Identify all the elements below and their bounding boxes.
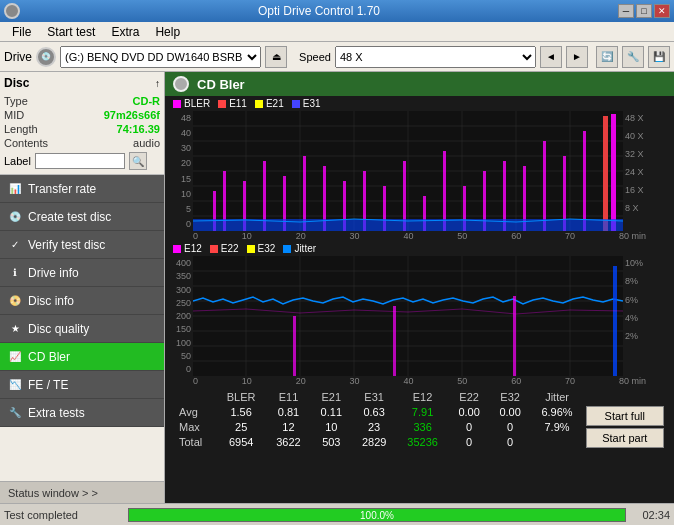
nav-cd-bler[interactable]: 📈 CD Bler — [0, 343, 164, 371]
label-label: Label — [4, 155, 31, 167]
avg-e31: 0.63 — [352, 404, 397, 419]
total-e22: 0 — [449, 435, 490, 450]
menu-extra[interactable]: Extra — [103, 23, 147, 41]
total-e21: 503 — [311, 435, 352, 450]
nav-create-test-disc[interactable]: 💿 Create test disc — [0, 203, 164, 231]
stats-col-e31: E31 — [352, 390, 397, 404]
nav-transfer-rate[interactable]: 📊 Transfer rate — [0, 175, 164, 203]
stats-col-bler: BLER — [216, 390, 266, 404]
next-speed-button[interactable]: ► — [566, 46, 588, 68]
bottom-y-axis-left: 400 350 300 250 200 150 100 50 0 — [165, 256, 193, 376]
drive-label: Drive — [4, 50, 32, 64]
top-chart-svg — [193, 111, 623, 231]
menu-start-test[interactable]: Start test — [39, 23, 103, 41]
left-panel: Disc ↑ Type CD-R MID 97m26s66f Length 74… — [0, 72, 165, 503]
stats-col-e21: E21 — [311, 390, 352, 404]
chart-header: CD Bler — [165, 72, 674, 96]
app-title: Opti Drive Control 1.70 — [20, 4, 618, 18]
prev-speed-button[interactable]: ◄ — [540, 46, 562, 68]
start-part-button[interactable]: Start part — [586, 428, 664, 448]
bottom-chart-area: 400 350 300 250 200 150 100 50 0 — [165, 256, 674, 376]
type-value: CD-R — [133, 95, 161, 107]
disc-type-row: Type CD-R — [4, 94, 160, 108]
stats-avg-row: Avg 1.56 0.81 0.11 0.63 7.91 0.00 0.00 6… — [173, 404, 666, 419]
cd-bler-icon: 📈 — [8, 350, 22, 364]
max-bler: 25 — [216, 419, 266, 434]
avg-e11: 0.81 — [266, 404, 311, 419]
svg-rect-35 — [611, 114, 616, 231]
top-y-axis-right: 48 X 40 X 32 X 24 X 16 X 8 X — [623, 111, 655, 231]
eject-button[interactable]: ⏏ — [265, 46, 287, 68]
nav-disc-quality[interactable]: ★ Disc quality — [0, 315, 164, 343]
statusbar: Test completed 100.0% 02:34 — [0, 503, 674, 525]
close-button[interactable]: ✕ — [654, 4, 670, 18]
disc-title: Disc — [4, 76, 29, 90]
status-window-btn[interactable]: Status window > > — [0, 481, 164, 503]
disc-mid-row: MID 97m26s66f — [4, 108, 160, 122]
length-label: Length — [4, 123, 38, 135]
drive-info-icon: ℹ — [8, 266, 22, 280]
nav-list: 📊 Transfer rate 💿 Create test disc ✓ Ver… — [0, 175, 164, 481]
extra-tests-icon: 🔧 — [8, 406, 22, 420]
menu-file[interactable]: File — [4, 23, 39, 41]
total-bler: 6954 — [216, 435, 266, 450]
minimize-button[interactable]: ─ — [618, 4, 634, 18]
svg-rect-34 — [603, 116, 608, 231]
bottom-chart-svg — [193, 256, 623, 376]
max-e21: 10 — [311, 419, 352, 434]
verify-test-disc-icon: ✓ — [8, 238, 22, 252]
nav-extra-tests[interactable]: 🔧 Extra tests — [0, 399, 164, 427]
elapsed-time: 02:34 — [630, 509, 670, 521]
menu-help[interactable]: Help — [147, 23, 188, 41]
stats-table: BLER E11 E21 E31 E12 E22 E32 Jitter Avg — [165, 386, 674, 454]
refresh-button[interactable]: 🔄 — [596, 46, 618, 68]
max-e22: 0 — [449, 419, 490, 434]
bottom-x-axis: 0 10 20 30 40 50 60 70 80 min — [165, 376, 674, 386]
nav-transfer-rate-label: Transfer rate — [28, 182, 96, 196]
status-text: Test completed — [4, 509, 124, 521]
e11-color — [218, 100, 226, 108]
legend-e32: E32 — [247, 243, 276, 254]
top-x-axis: 0 10 20 30 40 50 60 70 80 min — [165, 231, 674, 241]
svg-rect-54 — [613, 266, 617, 376]
stats-col-jitter: Jitter — [531, 390, 584, 404]
disc-toggle[interactable]: ↑ — [155, 78, 160, 89]
transfer-rate-icon: 📊 — [8, 182, 22, 196]
stats-col-e22: E22 — [449, 390, 490, 404]
total-e31: 2829 — [352, 435, 397, 450]
window-controls: ─ □ ✕ — [618, 4, 670, 18]
nav-cd-bler-label: CD Bler — [28, 350, 70, 364]
nav-fe-te-label: FE / TE — [28, 378, 68, 392]
avg-label: Avg — [173, 404, 216, 419]
disc-info-icon: 📀 — [8, 294, 22, 308]
label-input[interactable] — [35, 153, 125, 169]
e31-color — [292, 100, 300, 108]
start-full-button[interactable]: Start full — [586, 406, 664, 426]
bottom-chart-section: E12 E22 E32 Jitter 400 — [165, 241, 674, 386]
progress-bar: 100.0% — [128, 508, 626, 522]
save-button[interactable]: 💾 — [648, 46, 670, 68]
legend-bler: BLER — [173, 98, 210, 109]
speed-select[interactable]: 48 X — [335, 46, 536, 68]
nav-disc-info-label: Disc info — [28, 294, 74, 308]
stats-col-actions — [584, 390, 666, 404]
top-chart-area: 48 40 30 20 15 10 5 0 — [165, 111, 674, 231]
nav-create-test-disc-label: Create test disc — [28, 210, 111, 224]
nav-disc-info[interactable]: 📀 Disc info — [0, 287, 164, 315]
nav-drive-info-label: Drive info — [28, 266, 79, 280]
mid-label: MID — [4, 109, 24, 121]
drive-select[interactable]: (G:) BENQ DVD DD DW1640 BSRB — [60, 46, 261, 68]
stats-col-e11: E11 — [266, 390, 311, 404]
nav-verify-test-disc[interactable]: ✓ Verify test disc — [0, 231, 164, 259]
titlebar: Opti Drive Control 1.70 ─ □ ✕ — [0, 0, 674, 22]
max-e32: 0 — [490, 419, 531, 434]
maximize-button[interactable]: □ — [636, 4, 652, 18]
settings-button[interactable]: 🔧 — [622, 46, 644, 68]
nav-drive-info[interactable]: ℹ Drive info — [0, 259, 164, 287]
nav-verify-test-disc-label: Verify test disc — [28, 238, 105, 252]
nav-fe-te[interactable]: 📉 FE / TE — [0, 371, 164, 399]
max-jitter: 7.9% — [531, 419, 584, 434]
nav-disc-quality-label: Disc quality — [28, 322, 89, 336]
max-e31: 23 — [352, 419, 397, 434]
label-search-button[interactable]: 🔍 — [129, 152, 147, 170]
